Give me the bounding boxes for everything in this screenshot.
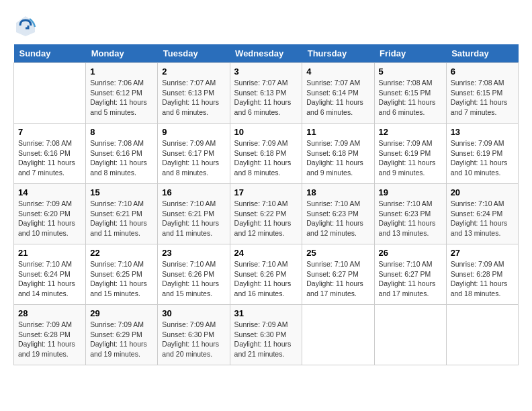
day-number: 16	[162, 187, 225, 197]
day-info: Sunrise: 7:10 AM Sunset: 6:26 PM Dayligh…	[234, 259, 298, 299]
day-number: 6	[451, 66, 514, 77]
day-number: 25	[306, 248, 369, 258]
day-info: Sunrise: 7:10 AM Sunset: 6:23 PM Dayligh…	[379, 199, 442, 238]
weekday-header-wednesday: Wednesday	[230, 44, 302, 63]
calendar-cell: 2Sunrise: 7:07 AM Sunset: 6:13 PM Daylig…	[158, 63, 230, 124]
calendar-cell: 18Sunrise: 7:10 AM Sunset: 6:23 PM Dayli…	[302, 184, 374, 244]
day-number: 30	[162, 308, 225, 318]
day-number: 20	[451, 187, 514, 197]
calendar-cell: 28Sunrise: 7:09 AM Sunset: 6:28 PM Dayli…	[14, 305, 86, 365]
calendar-cell: 10Sunrise: 7:09 AM Sunset: 6:18 PM Dayli…	[230, 124, 302, 184]
day-info: Sunrise: 7:09 AM Sunset: 6:30 PM Dayligh…	[162, 320, 225, 359]
week-row-5: 28Sunrise: 7:09 AM Sunset: 6:28 PM Dayli…	[14, 305, 519, 365]
day-number: 18	[306, 187, 369, 197]
day-info: Sunrise: 7:10 AM Sunset: 6:23 PM Dayligh…	[306, 199, 369, 238]
calendar-cell: 31Sunrise: 7:09 AM Sunset: 6:30 PM Dayli…	[230, 305, 302, 365]
calendar-cell: 29Sunrise: 7:09 AM Sunset: 6:29 PM Dayli…	[86, 305, 158, 365]
calendar-cell: 9Sunrise: 7:09 AM Sunset: 6:17 PM Daylig…	[158, 124, 230, 184]
weekday-header-sunday: Sunday	[14, 44, 86, 63]
day-info: Sunrise: 7:10 AM Sunset: 6:24 PM Dayligh…	[451, 199, 514, 238]
day-info: Sunrise: 7:09 AM Sunset: 6:19 PM Dayligh…	[451, 138, 514, 178]
day-info: Sunrise: 7:09 AM Sunset: 6:19 PM Dayligh…	[379, 138, 442, 178]
day-info: Sunrise: 7:08 AM Sunset: 6:15 PM Dayligh…	[379, 78, 442, 118]
calendar-cell: 23Sunrise: 7:10 AM Sunset: 6:26 PM Dayli…	[158, 244, 230, 305]
weekday-header-saturday: Saturday	[446, 44, 518, 63]
calendar-table: SundayMondayTuesdayWednesdayThursdayFrid…	[13, 44, 519, 365]
calendar-cell: 13Sunrise: 7:09 AM Sunset: 6:19 PM Dayli…	[446, 124, 518, 184]
calendar-cell: 19Sunrise: 7:10 AM Sunset: 6:23 PM Dayli…	[374, 184, 446, 244]
day-number: 14	[18, 187, 81, 197]
calendar-cell	[446, 305, 518, 365]
calendar-cell: 8Sunrise: 7:08 AM Sunset: 6:16 PM Daylig…	[86, 124, 158, 184]
day-number: 4	[306, 66, 369, 77]
calendar-cell: 17Sunrise: 7:10 AM Sunset: 6:22 PM Dayli…	[230, 184, 302, 244]
day-info: Sunrise: 7:10 AM Sunset: 6:25 PM Dayligh…	[90, 259, 153, 299]
header	[13, 13, 519, 38]
day-number: 12	[379, 127, 442, 137]
day-number: 31	[234, 308, 298, 318]
day-number: 22	[90, 248, 153, 258]
calendar-cell: 6Sunrise: 7:08 AM Sunset: 6:15 PM Daylig…	[446, 63, 518, 124]
calendar-cell: 4Sunrise: 7:07 AM Sunset: 6:14 PM Daylig…	[302, 63, 374, 124]
day-number: 7	[18, 127, 81, 137]
week-row-1: 1Sunrise: 7:06 AM Sunset: 6:12 PM Daylig…	[14, 63, 519, 124]
day-info: Sunrise: 7:09 AM Sunset: 6:30 PM Dayligh…	[234, 320, 298, 359]
day-number: 24	[234, 248, 298, 258]
day-info: Sunrise: 7:09 AM Sunset: 6:28 PM Dayligh…	[18, 320, 81, 359]
day-info: Sunrise: 7:10 AM Sunset: 6:22 PM Dayligh…	[234, 199, 298, 238]
calendar-cell: 3Sunrise: 7:07 AM Sunset: 6:13 PM Daylig…	[230, 63, 302, 124]
calendar-cell: 7Sunrise: 7:08 AM Sunset: 6:16 PM Daylig…	[14, 124, 86, 184]
day-info: Sunrise: 7:07 AM Sunset: 6:13 PM Dayligh…	[234, 78, 298, 118]
calendar-cell: 1Sunrise: 7:06 AM Sunset: 6:12 PM Daylig…	[86, 63, 158, 124]
calendar-cell: 5Sunrise: 7:08 AM Sunset: 6:15 PM Daylig…	[374, 63, 446, 124]
calendar-cell	[302, 305, 374, 365]
day-number: 23	[162, 248, 225, 258]
calendar-cell: 22Sunrise: 7:10 AM Sunset: 6:25 PM Dayli…	[86, 244, 158, 305]
calendar-cell: 21Sunrise: 7:10 AM Sunset: 6:24 PM Dayli…	[14, 244, 86, 305]
calendar-cell: 25Sunrise: 7:10 AM Sunset: 6:27 PM Dayli…	[302, 244, 374, 305]
day-number: 10	[234, 127, 298, 137]
calendar-cell: 16Sunrise: 7:10 AM Sunset: 6:21 PM Dayli…	[158, 184, 230, 244]
day-info: Sunrise: 7:09 AM Sunset: 6:28 PM Dayligh…	[451, 259, 514, 299]
day-number: 5	[379, 66, 442, 77]
day-info: Sunrise: 7:09 AM Sunset: 6:18 PM Dayligh…	[306, 138, 369, 178]
day-info: Sunrise: 7:10 AM Sunset: 6:27 PM Dayligh…	[379, 259, 442, 299]
day-number: 13	[451, 127, 514, 137]
calendar-cell	[374, 305, 446, 365]
weekday-header-friday: Friday	[374, 44, 446, 63]
day-info: Sunrise: 7:08 AM Sunset: 6:16 PM Dayligh…	[90, 138, 153, 178]
day-info: Sunrise: 7:09 AM Sunset: 6:18 PM Dayligh…	[234, 138, 298, 178]
day-number: 9	[162, 127, 225, 137]
day-info: Sunrise: 7:10 AM Sunset: 6:24 PM Dayligh…	[18, 259, 81, 299]
day-number: 28	[18, 308, 81, 318]
weekday-header-monday: Monday	[86, 44, 158, 63]
calendar-cell: 11Sunrise: 7:09 AM Sunset: 6:18 PM Dayli…	[302, 124, 374, 184]
day-number: 15	[90, 187, 153, 197]
calendar-cell: 12Sunrise: 7:09 AM Sunset: 6:19 PM Dayli…	[374, 124, 446, 184]
day-info: Sunrise: 7:09 AM Sunset: 6:17 PM Dayligh…	[162, 138, 225, 178]
week-row-4: 21Sunrise: 7:10 AM Sunset: 6:24 PM Dayli…	[14, 244, 519, 305]
logo	[13, 13, 40, 38]
day-number: 27	[451, 248, 514, 258]
week-row-3: 14Sunrise: 7:09 AM Sunset: 6:20 PM Dayli…	[14, 184, 519, 244]
day-info: Sunrise: 7:09 AM Sunset: 6:20 PM Dayligh…	[18, 199, 81, 238]
weekday-header-row: SundayMondayTuesdayWednesdayThursdayFrid…	[14, 44, 519, 63]
day-info: Sunrise: 7:10 AM Sunset: 6:27 PM Dayligh…	[306, 259, 369, 299]
calendar-cell: 20Sunrise: 7:10 AM Sunset: 6:24 PM Dayli…	[446, 184, 518, 244]
day-info: Sunrise: 7:09 AM Sunset: 6:29 PM Dayligh…	[90, 320, 153, 359]
day-number: 3	[234, 66, 298, 77]
day-number: 21	[18, 248, 81, 258]
day-number: 11	[306, 127, 369, 137]
logo-icon	[13, 13, 38, 38]
day-number: 2	[162, 66, 225, 77]
calendar-cell: 26Sunrise: 7:10 AM Sunset: 6:27 PM Dayli…	[374, 244, 446, 305]
day-info: Sunrise: 7:07 AM Sunset: 6:14 PM Dayligh…	[306, 78, 369, 118]
calendar-cell: 27Sunrise: 7:09 AM Sunset: 6:28 PM Dayli…	[446, 244, 518, 305]
day-number: 8	[90, 127, 153, 137]
day-info: Sunrise: 7:08 AM Sunset: 6:15 PM Dayligh…	[451, 78, 514, 118]
calendar-cell: 14Sunrise: 7:09 AM Sunset: 6:20 PM Dayli…	[14, 184, 86, 244]
day-info: Sunrise: 7:08 AM Sunset: 6:16 PM Dayligh…	[18, 138, 81, 178]
weekday-header-tuesday: Tuesday	[158, 44, 230, 63]
day-number: 17	[234, 187, 298, 197]
day-number: 1	[90, 66, 153, 77]
